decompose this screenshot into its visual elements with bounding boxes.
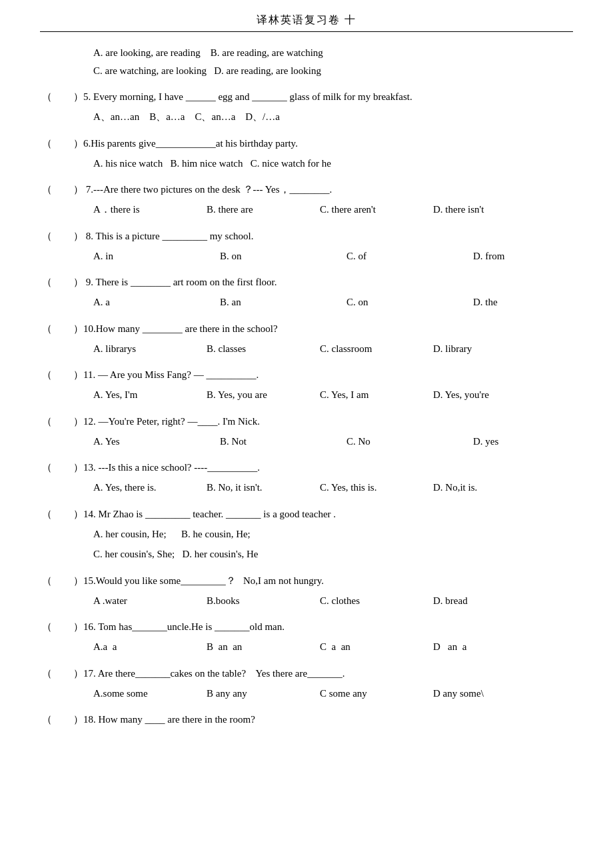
question-15: （ ）15.Would you like some_________？ No,I…: [40, 572, 573, 611]
q16-options: A.a a B an an C a an D an a: [40, 637, 573, 657]
paren-5: （: [40, 88, 53, 106]
question-8: （ ） 8. This is a picture _________ my sc…: [40, 227, 573, 266]
question-5: （ ）5. Every morning, I have ______ egg a…: [40, 88, 573, 127]
q10-options: A. librarys B. classes C. classroom D. l…: [40, 339, 573, 359]
paren-10: （: [40, 320, 53, 338]
q15-text: ）15.Would you like some_________？ No,I a…: [73, 572, 573, 590]
paren-8: （: [40, 227, 53, 245]
paren-6: （: [40, 135, 53, 153]
q18-text: ）18. How many ____ are there in the room…: [73, 711, 573, 729]
page-title: 译林英语复习卷 十: [40, 13, 573, 27]
question-13: （ ）13. ---Is this a nice school? ----___…: [40, 459, 573, 497]
q9-text: ） 9. There is ________ art room on the f…: [73, 273, 573, 291]
paren-12: （: [40, 413, 53, 431]
q9-options: A. a B. an C. on D. the: [40, 293, 573, 312]
q14-text: ）14. Mr Zhao is _________ teacher. _____…: [73, 505, 573, 523]
q13-text: ）13. ---Is this a nice school? ----_____…: [73, 459, 573, 477]
q10-text: ）10.How many ________ are there in the s…: [73, 320, 573, 338]
q6-options: A. his nice watch B. him nice watch C. n…: [40, 154, 573, 173]
q17-options: A.some some B any any C some any D any s…: [40, 684, 573, 703]
paren-17: （: [40, 665, 53, 683]
q6-text: ）6.His parents give____________at his bi…: [73, 135, 573, 153]
q5-options: A、an…an B、a…a C、an…a D、/…a: [40, 107, 573, 127]
q12-options: A. Yes B. Not C. No D. yes: [40, 432, 573, 451]
q14-options-1: A. her cousin, He; B. he cousin, He;: [40, 525, 573, 544]
q15-options: A .water B.books C. clothes D. bread: [40, 591, 573, 611]
question-16: （ ）16. Tom has_______uncle.He is _______…: [40, 618, 573, 657]
paren-11: （: [40, 366, 53, 384]
q12-text: ）12. —You're Peter, right? —____. I'm Ni…: [73, 413, 573, 431]
question-7: （ ） 7.---Are there two pictures on the d…: [40, 181, 573, 219]
divider: [40, 31, 573, 32]
question-18: （ ）18. How many ____ are there in the ro…: [40, 711, 573, 729]
paren-15: （: [40, 572, 53, 590]
q7-text: ） 7.---Are there two pictures on the des…: [73, 181, 573, 199]
q8-text: ） 8. This is a picture _________ my scho…: [73, 227, 573, 245]
q8-options: A. in B. on C. of D. from: [40, 247, 573, 266]
paren-9: （: [40, 273, 53, 291]
q17-text: ）17. Are there_______cakes on the table?…: [73, 665, 573, 683]
q13-options: A. Yes, there is. B. No, it isn't. C. Ye…: [40, 478, 573, 497]
q11-text: ）11. — Are you Miss Fang? — __________.: [73, 366, 573, 384]
question-10: （ ）10.How many ________ are there in the…: [40, 320, 573, 359]
paren-7: （: [40, 181, 53, 199]
paren-14: （: [40, 505, 53, 523]
q14-options-2: C. her cousin's, She; D. her cousin's, H…: [40, 545, 573, 564]
q7-options: A．there is B. there are C. there aren't …: [40, 200, 573, 219]
question-17: （ ）17. Are there_______cakes on the tabl…: [40, 665, 573, 703]
paren-13: （: [40, 459, 53, 477]
paren-16: （: [40, 618, 53, 636]
question-14: （ ）14. Mr Zhao is _________ teacher. ___…: [40, 505, 573, 564]
q16-text: ）16. Tom has_______uncle.He is _______ol…: [73, 618, 573, 636]
question-9: （ ） 9. There is ________ art room on the…: [40, 273, 573, 312]
prev-options: A. are looking, are reading B. are readi…: [40, 44, 573, 80]
q11-options: A. Yes, I'm B. Yes, you are C. Yes, I am…: [40, 385, 573, 405]
question-12: （ ）12. —You're Peter, right? —____. I'm …: [40, 413, 573, 451]
paren-18: （: [40, 711, 53, 729]
question-6: （ ）6.His parents give____________at his …: [40, 135, 573, 173]
q5-text: ）5. Every morning, I have ______ egg and…: [73, 88, 573, 106]
question-11: （ ）11. — Are you Miss Fang? — __________…: [40, 366, 573, 405]
